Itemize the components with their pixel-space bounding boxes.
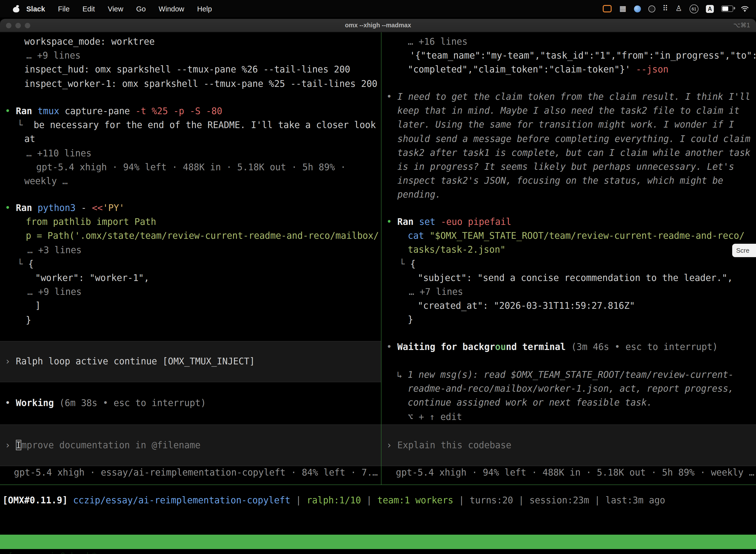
text-segment: … +3 lines <box>27 244 82 255</box>
terminal-line: keep that in mind. Maybe I also need the… <box>381 104 756 118</box>
text-segment: (6m 38s • esc to interrupt) <box>59 398 206 408</box>
text-segment: • <box>5 203 16 213</box>
text-segment: is in progress? It seems likely but perh… <box>397 161 734 172</box>
menu-item-view[interactable]: View <box>108 5 123 13</box>
tmux-status-bar: [omx-cczip0:bash* "MacBook-Pro-44.local"… <box>0 535 756 549</box>
left-pane[interactable]: workspace_mode: worktree… +9 linesinspec… <box>0 32 381 485</box>
terminal-line: • Ran tmux capture-pane -t %25 -p -S -80 <box>0 104 381 118</box>
terminal-line: • Ran python3 - <<'PY' <box>0 201 381 215</box>
text-segment: from pathlib import Path <box>26 216 156 227</box>
text-segment: "subject": "send a concise recommendatio… <box>418 273 733 283</box>
screenshot-thumbnail[interactable]: Scre <box>732 244 756 257</box>
text-segment: pending. <box>397 189 441 200</box>
terminal-line: '{"team_name":"my-team","task_id":"1","f… <box>381 49 756 63</box>
menu-item-go[interactable]: Go <box>136 5 146 13</box>
terminal-line: ↳ 1 new msg(s): read $OMX_TEAM_STATE_ROO… <box>381 368 756 382</box>
model-status-line: gpt-5.4 xhigh · 94% left · 488K in · 5.1… <box>381 466 756 480</box>
text-segment: should send a message before completing … <box>397 133 751 144</box>
text-segment: | <box>513 495 529 505</box>
text-segment <box>68 495 73 505</box>
text-segment: { <box>410 258 416 269</box>
person-icon[interactable]: ♙ <box>675 5 682 12</box>
text-segment: Explain this codebase <box>397 440 511 450</box>
text-segment: inspect task2's JSON, focusing on the st… <box>397 175 723 186</box>
battery-icon[interactable] <box>721 5 733 12</box>
desktop: Slack FileEditViewGoWindowHelp ▦ ⠿ ♙ 61 … <box>0 0 756 554</box>
text-segment: nd terminal <box>506 341 566 352</box>
mailbox-notice: ↳ 1 new msg(s): read $OMX_TEAM_STATE_ROO… <box>381 368 756 424</box>
menu-bar: Slack FileEditViewGoWindowHelp ▦ ⠿ ♙ 61 … <box>0 0 756 17</box>
text-segment: ] <box>35 300 41 311</box>
text-segment: … +7 lines <box>409 286 463 297</box>
text-segment: ralph:1/10 <box>307 495 361 505</box>
prompt-input[interactable]: › Explain this codebase <box>381 425 756 466</box>
pane-divider-horizontal[interactable] <box>0 485 756 485</box>
terminal-line: └ { <box>381 257 756 271</box>
screen-recording-icon[interactable] <box>603 5 612 12</box>
text-segment: workspace_mode: worktree <box>24 36 155 47</box>
text-segment: • <box>386 216 397 227</box>
text-segment: << <box>92 203 103 213</box>
menu-item-window[interactable]: Window <box>159 5 184 13</box>
terminal-line: └ be necessary for the end of the README… <box>0 118 381 132</box>
tmux-session-label: [omx-cczip0:bash* <box>8 549 97 554</box>
text-segment: team:1 workers <box>377 495 453 505</box>
text-segment: | <box>291 495 307 505</box>
text-segment: turns:20 <box>470 495 513 505</box>
waiting-status: • Waiting for background terminal (3m 46… <box>381 340 756 354</box>
command-tail-output: … +16 lines'{"team_name":"my-team","task… <box>381 35 756 77</box>
text-segment: } <box>26 315 31 325</box>
text-segment: { <box>28 259 34 269</box>
right-pane[interactable]: … +16 lines'{"team_name":"my-team","task… <box>381 32 756 485</box>
text-segment: } <box>408 315 413 325</box>
terminal-line: at <box>0 132 381 146</box>
text-segment: -t %25 -p -S -80 <box>135 106 222 116</box>
ralph-loop-banner[interactable]: › Ralph loop active continue [OMX_TMUX_I… <box>0 341 381 382</box>
dots-grid-icon[interactable]: ⠿ <box>663 5 668 12</box>
dark-circle-app-icon[interactable] <box>648 5 655 12</box>
terminal-line: "created_at": "2026-03-31T11:59:27.816Z" <box>381 299 756 313</box>
terminal-line: should send a message before completing … <box>381 132 756 146</box>
terminal-line: tasks/task-2.json" <box>381 243 756 257</box>
ran-tmux-capture-block: • Ran tmux capture-pane -t %25 -p -S -80… <box>0 104 381 188</box>
apple-menu-icon[interactable] <box>13 5 19 12</box>
text-segment: --json <box>636 64 669 75</box>
text-segment: p = Path('.omx/state/team/review-current… <box>26 231 379 241</box>
text-segment: cat <box>408 230 430 241</box>
text-segment: Ran <box>397 216 419 227</box>
menu-item-edit[interactable]: Edit <box>82 5 95 13</box>
menu-item-help[interactable]: Help <box>197 5 212 13</box>
terminal-line: } <box>381 313 756 327</box>
text-segment: Ran <box>16 106 38 116</box>
terminal-line: task2 after task1 is complete, but can I… <box>381 146 756 160</box>
text-segment: I <box>16 440 21 450</box>
model-status-line: gpt-5.4 xhigh · essay/ai-reimplementatio… <box>0 466 381 480</box>
menu-app-name[interactable]: Slack <box>26 5 45 13</box>
text-segment: ↳ <box>397 369 408 380</box>
text-segment: later. Using the same for transition mig… <box>397 119 734 130</box>
terminal-line: • Ran set -euo pipefail <box>381 215 756 229</box>
terminal-line: … +3 lines <box>0 243 381 257</box>
text-segment: be necessary for the end of the README. … <box>34 120 376 130</box>
wifi-icon[interactable] <box>741 5 749 12</box>
text-segment: session:23m <box>529 495 589 505</box>
terminal-line: gpt-5.4 xhigh · 94% left · 488K in · 5.1… <box>381 466 756 480</box>
text-segment: Ralph loop active continue [OMX_TMUX_INJ… <box>16 356 255 367</box>
gauge-61-icon[interactable]: 61 <box>690 4 698 13</box>
ran-cat-task-block: • Ran set -euo pipefailcat "$OMX_TEAM_ST… <box>381 215 756 327</box>
terminal-line: inspect_worker-1: omx sparkshell --tmux-… <box>0 77 381 91</box>
menu-item-file[interactable]: File <box>58 5 70 13</box>
terminal-line: } <box>0 313 381 327</box>
terminal-line: ⌥ + ↑ edit <box>381 410 756 424</box>
text-segment: | <box>453 495 470 505</box>
text-segment: gpt-5.4 xhigh · essay/ai-reimplementatio… <box>14 467 378 478</box>
text-segment: └ <box>17 259 28 269</box>
keyboard-layout-icon[interactable]: A <box>706 5 714 13</box>
text-segment: inspect_worker-1: omx sparkshell --tmux-… <box>24 78 378 89</box>
grid-icon[interactable]: ▦ <box>619 5 626 12</box>
terminal-line: from pathlib import Path <box>0 215 381 229</box>
prompt-input[interactable]: › Improve documentation in @filename <box>0 425 381 466</box>
text-segment <box>566 341 571 352</box>
blue-app-icon[interactable] <box>634 5 641 12</box>
text-segment: weekly … <box>24 176 68 186</box>
